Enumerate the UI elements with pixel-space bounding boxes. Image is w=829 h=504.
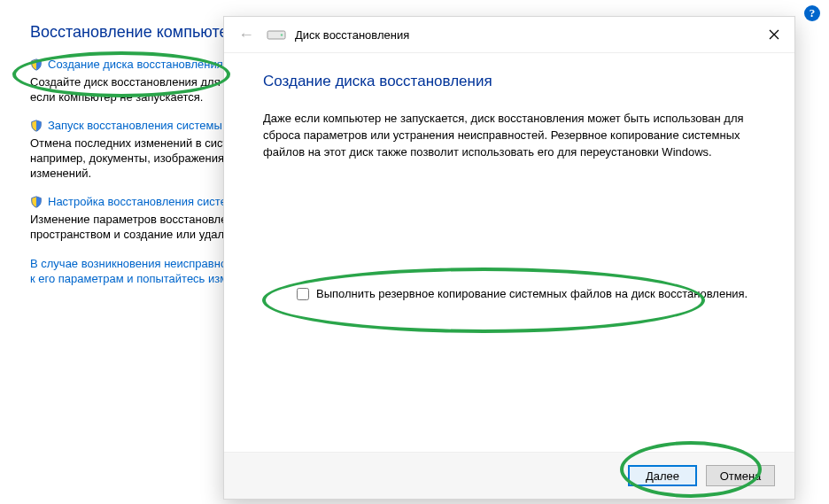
recovery-drive-dialog: ← Диск восстановления Создание диска вос… [223,16,795,500]
dialog-title: Диск восстановления [295,28,409,42]
shield-icon [30,58,43,71]
backup-checkbox-row: Выполнить резервное копирование системны… [297,287,748,300]
next-button[interactable]: Далее [628,465,697,486]
dialog-paragraph: Даже если компьютер не запускается, диск… [263,110,755,160]
drive-icon [267,28,286,41]
backup-checkbox-label[interactable]: Выполнить резервное копирование системны… [316,287,748,300]
dialog-body: Создание диска восстановления Даже если … [224,53,794,160]
dialog-footer: Далее Отмена [224,452,794,499]
back-arrow-icon: ← [238,26,254,44]
dialog-titlebar: ← Диск восстановления [224,17,794,53]
shield-icon [30,196,43,208]
close-button[interactable] [754,17,794,52]
cancel-button[interactable]: Отмена [706,465,775,486]
link-label: Настройка восстановления системы [48,195,243,209]
help-icon[interactable]: ? [804,5,820,21]
link-label: Создание диска восстановления [48,58,223,72]
close-icon [769,29,779,40]
svg-point-1 [281,34,283,35]
backup-checkbox[interactable] [297,288,309,300]
link-label: Запуск восстановления системы [48,119,222,133]
dialog-heading: Создание диска восстановления [263,73,755,90]
shield-icon [30,120,43,132]
